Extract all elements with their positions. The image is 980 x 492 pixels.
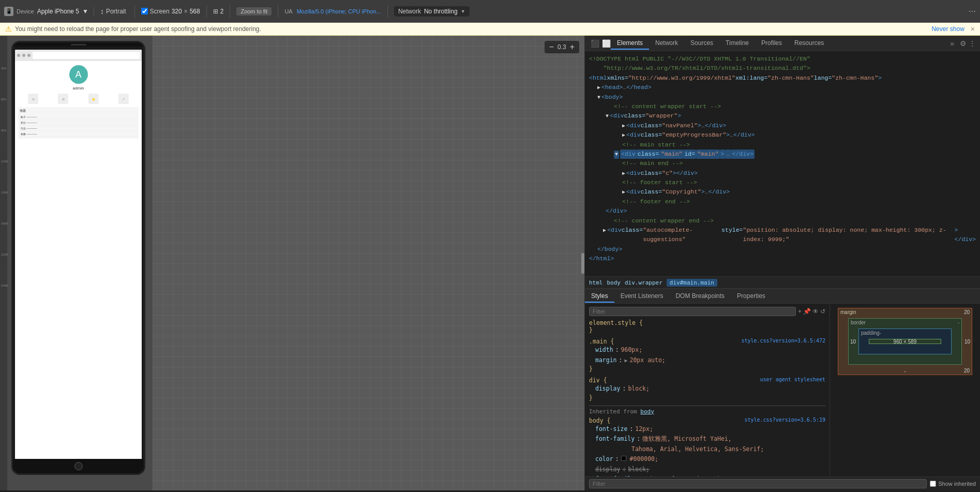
breadcrumb-html[interactable]: html [589,279,603,286]
tab-elements[interactable]: Elements [611,37,649,50]
icon-box-1: ✉ [28,94,38,104]
warning-icon: ⚠ [5,25,12,33]
toolbar-more-button[interactable]: ⋯ [969,7,976,16]
prop-display2: display [595,465,620,475]
prop-font-size: font-size [595,424,627,435]
tab-sources[interactable]: Sources [684,37,719,50]
bottom-tab-dom-breakpoints[interactable]: DOM Breakpoints [669,290,731,303]
colon-font-family: : [637,434,640,444]
list-item-2: 积分 ———— [20,120,137,126]
zoom-plus-button[interactable]: + [568,42,576,52]
prop-width: width [595,345,613,355]
ruler-mark-300: 300 [1,67,6,70]
filter-refresh-button[interactable]: ↺ [820,308,825,315]
breadcrumb-wrapper[interactable]: div.wrapper [625,279,662,286]
style-selector-main: .main { [589,338,614,345]
separator-1 [134,5,135,18]
device-speaker [71,44,86,46]
prop-font-family: font-family [595,434,635,444]
throttle-label[interactable]: No throttling [424,8,458,15]
drag-handle[interactable] [581,253,584,274]
main-toggle[interactable]: ▼ [614,151,619,159]
tree-line-copyright: ▶ <div class="Copyright" > … </div> [589,187,976,197]
color-swatch[interactable] [621,456,626,461]
val-margin: 20px auto; [630,355,666,366]
html-tree: <!DOCTYPE html PUBLIC "-//W3C//DTD XHTML… [585,51,980,276]
style-block-main: width : 960px; margin : ▶ 20px auto; [595,345,825,365]
filter-eye-button[interactable]: 👁 [812,308,819,315]
scale-value: 2 [220,8,224,15]
navpanel-toggle[interactable]: ▶ [622,122,625,130]
devtools-panel: ⬛ ⬜ Elements Network Sources Timeline Pr… [584,36,980,490]
zoom-minus-button[interactable]: − [548,42,555,52]
style-link-body[interactable]: style.css?version=3.6.5:19 [744,417,825,424]
more-tabs-button[interactable]: » [948,37,956,50]
copyright-toggle[interactable]: ▶ [622,188,625,197]
navpanel-class-attr: class= [641,121,662,130]
device-icon: 📱 [4,7,13,16]
tree-line-autocomplete: ▶ <div class="autocomplete-suggestions" … [589,226,976,245]
copyright-class-attr: class= [641,187,662,197]
c-toggle[interactable]: ▶ [622,170,625,178]
style-link-main[interactable]: style.css?version=3.6.5:472 [741,338,825,345]
head-toggle[interactable]: ▶ [597,84,600,92]
nav-dot-3 [27,54,31,57]
bottom-filter-input[interactable] [589,479,927,488]
tab-timeline[interactable]: Timeline [719,37,755,50]
settings-icon[interactable]: ⚙ [958,39,968,48]
admin-name: admin [18,86,139,91]
margin-toggle[interactable]: ▶ [624,356,627,365]
style-link-div[interactable]: user agent stylesheet [760,377,825,384]
wrapper-toggle[interactable]: ▼ [606,112,609,121]
filter-add-button[interactable]: + [798,308,802,315]
separator-3 [230,5,230,18]
tree-line-navpanel: ▶ <div class="navPanel" > … </div> [589,121,976,130]
warning-close-button[interactable]: × [971,25,975,33]
tab-profiles[interactable]: Profiles [755,37,788,50]
zoom-to-fit-button[interactable]: Zoom to fit [236,7,272,16]
padding-top-row: padding- [859,329,951,337]
breadcrumb-bar: html body div.wrapper div#main.main [585,276,980,289]
show-inherited-label: Show inherited [930,481,976,487]
device-arrow[interactable]: ▼ [82,8,88,15]
tab-network[interactable]: Network [649,37,684,50]
ua-value[interactable]: Mozilla/5.0 (iPhone; CPU iPhon... [297,8,381,14]
device-mode-icon[interactable]: ⬜ [601,39,611,48]
home-button[interactable] [74,462,83,470]
tab-resources[interactable]: Resources [788,37,830,50]
main-class-attr: class= [637,150,660,159]
navpanel-end-tag: </div> [705,121,726,130]
html-xmllang-attr: xml:lang= [735,73,767,83]
inherited-body-link[interactable]: body [640,408,654,415]
ua-label: UA [284,8,292,14]
filter-pin-button[interactable]: 📌 [803,308,811,315]
html-xmllang-val: "zh-cmn-Hans" [767,73,814,83]
throttle-arrow[interactable]: ▼ [461,9,465,14]
autocomplete-toggle[interactable]: ▶ [603,227,606,235]
html-xmlns-attr: xmlns= [607,73,628,83]
show-inherited-checkbox[interactable] [930,481,936,487]
html-open-tag: <html [589,73,607,83]
colon-display2: : [622,465,626,475]
orientation-toggle[interactable]: ↕ Portrait [98,6,128,17]
colon-margin: : [619,355,623,366]
breadcrumb-main[interactable]: div#main.main [667,279,717,287]
bottom-tab-properties[interactable]: Properties [731,290,772,303]
body-toggle[interactable]: ▼ [597,94,600,102]
separator-5 [387,5,388,18]
bottom-tab-styles[interactable]: Styles [585,290,614,303]
device-preview-panel: 300 600 900 1200 1500 1800 2100 2400 [0,36,153,490]
device-name[interactable]: Apple iPhone 5 [37,8,79,15]
styles-filter-input[interactable] [589,307,796,316]
icon-box-3: ⭐ [88,94,99,104]
progress-toggle[interactable]: ▶ [622,131,625,140]
progress-class-attr: class= [641,130,662,140]
bottom-tab-event-listeners[interactable]: Event Listeners [614,290,670,303]
more-options-icon[interactable]: ⋮ [968,39,977,48]
inspect-icon[interactable]: ⬛ [590,39,599,48]
tree-line-html-close: </html> [589,254,976,263]
breadcrumb-body[interactable]: body [607,279,621,286]
screen-checkbox[interactable] [141,8,148,14]
never-show-link[interactable]: Never show [931,25,964,33]
orientation-label: Portrait [106,8,126,15]
